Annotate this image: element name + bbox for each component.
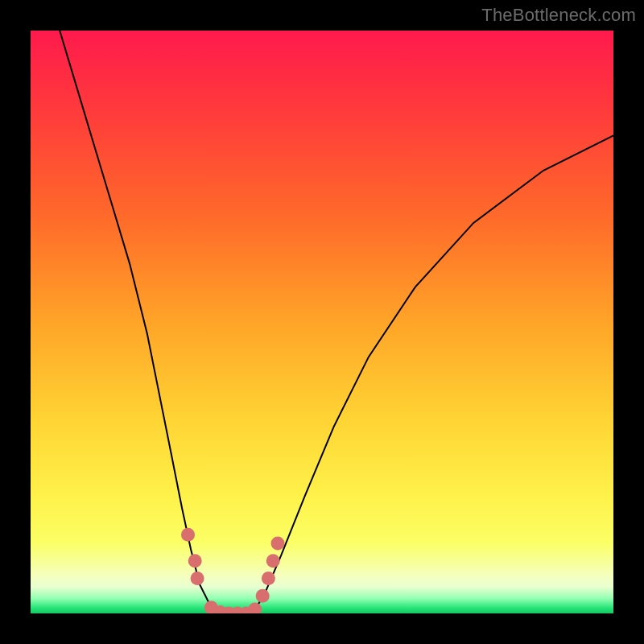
highlight-dot [266,554,280,568]
chart-frame: TheBottleneck.com [0,0,644,644]
plot-area [31,31,613,613]
highlight-dot [248,602,262,613]
highlight-dot [271,537,285,551]
watermark-text: TheBottleneck.com [481,5,636,26]
chart-svg [31,31,613,613]
highlight-dot [188,554,202,568]
highlight-dot [191,572,204,585]
highlight-dot [256,589,270,603]
highlight-dot [181,528,195,542]
highlight-dot [262,572,275,585]
bottleneck-curve [60,31,613,613]
curve-path [60,31,613,613]
